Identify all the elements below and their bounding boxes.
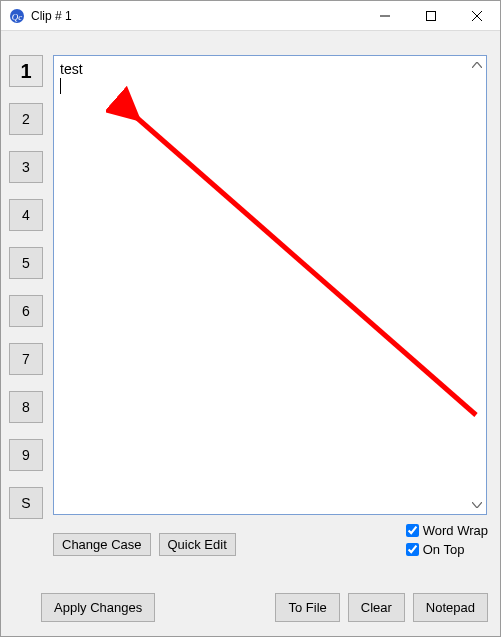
client-area: 1 2 3 4 5 6 7 8 9 S bbox=[1, 31, 500, 636]
word-wrap-checkbox[interactable] bbox=[406, 524, 419, 537]
change-case-button[interactable]: Change Case bbox=[53, 533, 151, 556]
on-top-option[interactable]: On Top bbox=[406, 542, 488, 557]
minimize-button[interactable] bbox=[362, 1, 408, 31]
clip-button-3[interactable]: 3 bbox=[9, 151, 43, 183]
quick-edit-button[interactable]: Quick Edit bbox=[159, 533, 236, 556]
clip-button-2[interactable]: 2 bbox=[9, 103, 43, 135]
mid-button-row: Change Case Quick Edit bbox=[53, 533, 236, 556]
bottom-button-row: Apply Changes To File Clear Notepad bbox=[41, 593, 488, 622]
on-top-label: On Top bbox=[423, 542, 465, 557]
clip-button-s[interactable]: S bbox=[9, 487, 43, 519]
word-wrap-option[interactable]: Word Wrap bbox=[406, 523, 488, 538]
titlebar: Qc Clip # 1 bbox=[1, 1, 500, 31]
clear-button[interactable]: Clear bbox=[348, 593, 405, 622]
clip-button-7[interactable]: 7 bbox=[9, 343, 43, 375]
to-file-button[interactable]: To File bbox=[275, 593, 339, 622]
close-button[interactable] bbox=[454, 1, 500, 31]
clip-button-column: 1 2 3 4 5 6 7 8 9 S bbox=[9, 55, 43, 519]
editor-frame bbox=[53, 55, 487, 515]
clip-button-8[interactable]: 8 bbox=[9, 391, 43, 423]
window-title: Clip # 1 bbox=[31, 9, 72, 23]
scroll-down-icon[interactable] bbox=[470, 498, 484, 512]
options-checkboxes: Word Wrap On Top bbox=[406, 523, 488, 557]
app-window: Qc Clip # 1 1 2 3 4 5 6 7 8 9 S bbox=[0, 0, 501, 637]
word-wrap-label: Word Wrap bbox=[423, 523, 488, 538]
clip-text-editor[interactable] bbox=[54, 56, 486, 514]
clip-button-6[interactable]: 6 bbox=[9, 295, 43, 327]
clip-button-1[interactable]: 1 bbox=[9, 55, 43, 87]
app-icon: Qc bbox=[9, 8, 25, 24]
apply-changes-button[interactable]: Apply Changes bbox=[41, 593, 155, 622]
clip-button-5[interactable]: 5 bbox=[9, 247, 43, 279]
svg-rect-3 bbox=[427, 11, 436, 20]
scroll-up-icon[interactable] bbox=[470, 58, 484, 72]
on-top-checkbox[interactable] bbox=[406, 543, 419, 556]
svg-text:Qc: Qc bbox=[12, 11, 23, 21]
clip-button-9[interactable]: 9 bbox=[9, 439, 43, 471]
notepad-button[interactable]: Notepad bbox=[413, 593, 488, 622]
clip-button-4[interactable]: 4 bbox=[9, 199, 43, 231]
text-caret bbox=[60, 78, 61, 94]
maximize-button[interactable] bbox=[408, 1, 454, 31]
